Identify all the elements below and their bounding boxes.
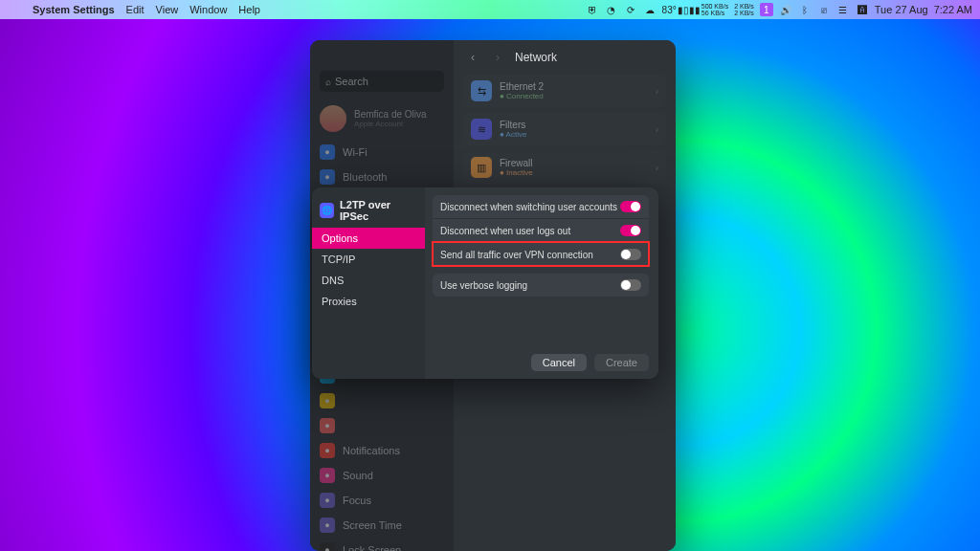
- back-button[interactable]: ‹: [465, 50, 480, 65]
- globe-icon: 🌐: [320, 203, 334, 218]
- volume-menu-icon[interactable]: 🔊: [779, 3, 792, 16]
- service-status: ● Active: [500, 130, 526, 139]
- page-title: Network: [515, 51, 557, 64]
- menubar: System Settings Edit View Window Help ⛨ …: [0, 0, 980, 19]
- sidebar-icon: ●: [320, 418, 335, 433]
- menu-help[interactable]: Help: [238, 4, 260, 15]
- search-input[interactable]: [335, 76, 438, 87]
- sidebar-icon: ●: [320, 468, 335, 483]
- toggle[interactable]: [620, 225, 641, 236]
- sidebar-icon: ●: [320, 169, 335, 185]
- service-icon: ▥: [471, 157, 492, 178]
- sheet-title: 🌐 L2TP over IPSec: [312, 193, 425, 228]
- sidebar-item-row-10[interactable]: ●: [310, 388, 454, 413]
- sidebar-item-notifications[interactable]: ●Notifications: [310, 438, 454, 463]
- option-disconnect-when-switching-user-accounts: Disconnect when switching user accounts: [433, 195, 649, 218]
- option-send-all-traffic-over-vpn-connection: Send all traffic over VPN connection: [433, 242, 649, 266]
- menu-view[interactable]: View: [156, 4, 179, 15]
- service-name: Ethernet 2: [500, 81, 544, 92]
- net1-indicator[interactable]: 500 KB/s56 KB/s: [702, 3, 728, 16]
- sidebar-item-label: Focus: [343, 495, 371, 506]
- sheet-main: Disconnect when switching user accountsD…: [425, 187, 658, 379]
- toggle[interactable]: [620, 249, 641, 260]
- sidebar-item-row-11[interactable]: ●: [310, 413, 454, 438]
- service-icon: ⇆: [471, 80, 492, 101]
- option-label: Disconnect when switching user accounts: [440, 202, 617, 212]
- vpn-options-sheet: 🌐 L2TP over IPSec OptionsTCP/IPDNSProxie…: [312, 187, 658, 379]
- create-button[interactable]: Create: [594, 354, 649, 371]
- cc-menu-icon[interactable]: ☰: [836, 3, 850, 16]
- avatar: [320, 105, 346, 132]
- service-status: ● Connected: [500, 92, 544, 100]
- menubar-app[interactable]: System Settings: [33, 4, 115, 15]
- search-icon: ⌕: [325, 77, 331, 87]
- shield-menu-icon[interactable]: ⛨: [586, 3, 599, 16]
- sidebar-icon: ●: [320, 542, 335, 551]
- option-use-verbose-logging: Use verbose logging: [433, 274, 649, 297]
- menubar-time[interactable]: 7:22 AM: [934, 4, 972, 15]
- sidebar-search[interactable]: ⌕: [320, 71, 444, 92]
- sidebar-item-label: Notifications: [343, 445, 400, 456]
- option-label: Disconnect when user logs out: [440, 226, 570, 236]
- menu-edit[interactable]: Edit: [126, 4, 145, 15]
- apple-icon[interactable]: [8, 3, 21, 16]
- sidebar-icon: ●: [320, 443, 335, 458]
- cancel-button[interactable]: Cancel: [531, 354, 587, 371]
- sidebar-item-wi-fi[interactable]: ●Wi-Fi: [310, 140, 454, 165]
- sidebar-item-sound[interactable]: ●Sound: [310, 463, 454, 488]
- display-menu-icon[interactable]: ⎚: [817, 3, 831, 16]
- service-ethernet-2[interactable]: ⇆Ethernet 2● Connected›: [463, 75, 666, 107]
- speed-menu-icon[interactable]: ◔: [605, 3, 618, 16]
- service-name: Firewall: [500, 158, 533, 168]
- chevron-right-icon: ›: [656, 86, 658, 97]
- option-label: Send all traffic over VPN connection: [440, 250, 593, 260]
- sidebar-item-focus[interactable]: ●Focus: [310, 488, 454, 513]
- sheet-tab-tcp-ip[interactable]: TCP/IP: [312, 249, 425, 270]
- cloud-menu-icon[interactable]: ☁: [643, 3, 657, 16]
- service-status: ● Inactive: [500, 168, 533, 177]
- toggle[interactable]: [620, 201, 641, 212]
- sidebar-item-bluetooth[interactable]: ●Bluetooth: [310, 165, 454, 189]
- user-sub: Apple Account: [354, 120, 427, 128]
- service-firewall[interactable]: ▥Firewall● Inactive›: [463, 151, 666, 184]
- sidebar-item-label: Screen Time: [343, 519, 402, 531]
- sidebar-item-screen-time[interactable]: ●Screen Time: [310, 513, 454, 538]
- sheet-tab-proxies[interactable]: Proxies: [312, 291, 425, 312]
- chevron-right-icon: ›: [656, 163, 658, 173]
- temp-indicator[interactable]: 83°: [662, 5, 677, 15]
- sidebar-item-label: Bluetooth: [343, 171, 387, 183]
- option-label: Use verbose logging: [440, 280, 527, 291]
- sidebar-icon: ●: [320, 518, 335, 533]
- sidebar-icon: ●: [320, 144, 335, 160]
- menubar-date[interactable]: Tue 27 Aug: [875, 4, 928, 15]
- sidebar-icon: ●: [320, 393, 335, 408]
- service-filters[interactable]: ≋Filters● Active›: [463, 113, 666, 145]
- sheet-sidebar: 🌐 L2TP over IPSec OptionsTCP/IPDNSProxie…: [312, 187, 425, 379]
- toggle[interactable]: [620, 279, 641, 291]
- sidebar-item-lock-screen[interactable]: ●Lock Screen: [310, 538, 454, 551]
- cpu-bars-icon[interactable]: ▮▯▮▮: [682, 3, 696, 16]
- sheet-tab-dns[interactable]: DNS: [312, 270, 425, 291]
- battery-menu-icon[interactable]: 1: [760, 3, 773, 16]
- lang-menu-icon[interactable]: 🅰: [856, 3, 869, 16]
- sync-menu-icon[interactable]: ⟳: [624, 3, 637, 16]
- forward-button[interactable]: ›: [490, 50, 505, 65]
- sidebar-user[interactable]: Bemfica de Oliva Apple Account: [310, 98, 454, 140]
- service-name: Filters: [500, 120, 526, 130]
- option-disconnect-when-user-logs-out: Disconnect when user logs out: [433, 218, 649, 242]
- user-name: Bemfica de Oliva: [354, 109, 427, 120]
- service-icon: ≋: [471, 119, 492, 140]
- sidebar-icon: ●: [320, 493, 335, 508]
- menu-window[interactable]: Window: [189, 4, 227, 15]
- chevron-right-icon: ›: [656, 124, 658, 135]
- bt-menu-icon[interactable]: ᛒ: [798, 3, 812, 16]
- sidebar-item-label: Wi-Fi: [343, 146, 368, 158]
- net2-indicator[interactable]: 2 KB/s2 KB/s: [734, 3, 754, 16]
- sidebar-item-label: Lock Screen: [343, 544, 401, 551]
- sidebar-item-label: Sound: [343, 470, 373, 481]
- sheet-tab-options[interactable]: Options: [312, 228, 425, 249]
